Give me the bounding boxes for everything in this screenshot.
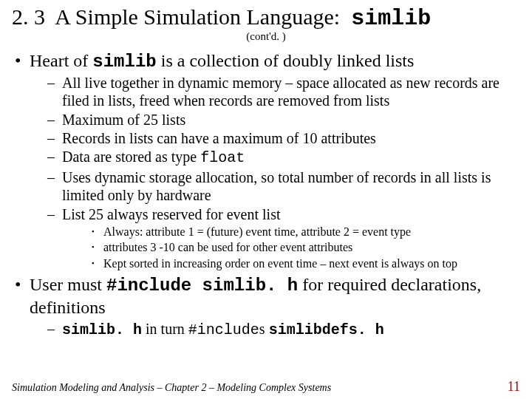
- text: Data are stored as type: [62, 149, 200, 165]
- sub-item: simlib. h in turn #includes simlibdefs. …: [47, 320, 520, 339]
- page-number: 11: [508, 379, 520, 395]
- subsub-item: Always: attribute 1 = (future) event tim…: [92, 225, 520, 239]
- inline-code: #include simlib. h: [106, 276, 298, 296]
- inline-code: simlibdefs. h: [269, 321, 384, 338]
- sub-item: Uses dynamic storage allocation, so tota…: [47, 168, 520, 205]
- inline-code: #include: [188, 321, 259, 338]
- text: Heart of: [30, 51, 92, 70]
- sub-item: All live together in dynamic memory – sp…: [47, 74, 520, 110]
- slide-title: 2. 3 A Simple Simulation Language: simli…: [12, 4, 520, 32]
- title-text: A Simple Simulation Language:: [55, 4, 340, 29]
- footer: Simulation Modeling and Analysis – Chapt…: [12, 379, 520, 395]
- sub-item: Data are stored as type float: [47, 148, 520, 167]
- text: User must: [30, 275, 106, 294]
- text: s: [259, 321, 269, 337]
- section-number: 2. 3: [12, 4, 45, 29]
- text: in turn: [142, 321, 188, 337]
- subsub-list: Always: attribute 1 = (future) event tim…: [62, 225, 520, 271]
- sub-list: simlib. h in turn #includes simlibdefs. …: [30, 320, 520, 339]
- bullet-item: Heart of simlib is a collection of doubl…: [13, 50, 520, 272]
- inline-code: float: [200, 149, 245, 166]
- sub-item: List 25 always reserved for event list A…: [47, 205, 520, 272]
- sub-list: All live together in dynamic memory – sp…: [30, 74, 520, 272]
- text: List 25 always reserved for event list: [62, 206, 280, 222]
- text: is a collection of doubly linked lists: [157, 51, 415, 70]
- inline-code: simlib. h: [62, 321, 142, 338]
- title-code: simlib: [351, 6, 431, 31]
- title-continued: (cont'd. ): [12, 30, 520, 43]
- subsub-item: attributes 3 -10 can be used for other e…: [92, 240, 520, 255]
- sub-item: Records in lists can have a maximum of 1…: [47, 129, 520, 147]
- bullet-item: User must #include simlib. h for require…: [13, 274, 520, 339]
- subsub-item: Kept sorted in increasing order on event…: [92, 256, 520, 271]
- inline-code: simlib: [92, 52, 156, 72]
- sub-item: Maximum of 25 lists: [47, 111, 520, 129]
- slide: 2. 3 A Simple Simulation Language: simli…: [0, 0, 532, 399]
- bullet-list: Heart of simlib is a collection of doubl…: [12, 50, 520, 340]
- footer-text: Simulation Modeling and Analysis – Chapt…: [12, 382, 331, 394]
